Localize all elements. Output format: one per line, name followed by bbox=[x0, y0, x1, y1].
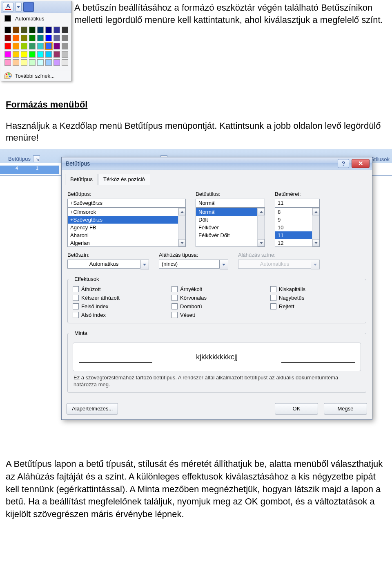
scrollbar[interactable] bbox=[178, 208, 185, 247]
color-swatch[interactable] bbox=[37, 35, 44, 41]
color-swatch[interactable] bbox=[29, 51, 36, 58]
list-item[interactable]: Agency FB bbox=[68, 224, 185, 231]
color-swatch[interactable] bbox=[21, 43, 27, 49]
checkbox-hidden[interactable]: Rejtett bbox=[270, 303, 361, 309]
automatic-color-row[interactable]: Automatikus bbox=[1, 13, 71, 24]
color-swatch[interactable] bbox=[37, 27, 44, 33]
checkbox-superscript[interactable]: Felső index bbox=[73, 303, 163, 309]
color-swatch[interactable] bbox=[53, 43, 60, 49]
font-name-input[interactable]: +Szövegtörzs bbox=[67, 199, 186, 208]
checkbox-strikethrough[interactable]: Áthúzott bbox=[73, 286, 163, 292]
underline-type-combo[interactable]: (nincs) bbox=[159, 260, 228, 269]
scrollbar[interactable] bbox=[312, 208, 319, 247]
color-swatch[interactable] bbox=[62, 51, 68, 58]
dialog-launcher-icon[interactable]: ↘ bbox=[33, 155, 40, 162]
font-color-dropdown[interactable] bbox=[15, 2, 22, 12]
color-swatch[interactable] bbox=[21, 27, 27, 33]
color-swatch[interactable] bbox=[21, 59, 27, 66]
list-item[interactable]: Normál bbox=[196, 208, 265, 216]
color-swatch[interactable] bbox=[21, 51, 27, 58]
tab-spacing[interactable]: Térköz és pozíció bbox=[98, 174, 150, 185]
checkbox-subscript[interactable]: Alsó index bbox=[73, 312, 163, 318]
color-swatch[interactable] bbox=[62, 35, 68, 41]
color-swatch[interactable] bbox=[29, 59, 36, 66]
color-swatch[interactable] bbox=[4, 35, 11, 41]
color-swatch[interactable] bbox=[29, 27, 36, 33]
color-swatch[interactable] bbox=[53, 51, 60, 58]
checkbox-outline[interactable]: Körvonalas bbox=[172, 295, 262, 301]
color-swatch[interactable] bbox=[4, 51, 11, 58]
current-color-swatch[interactable] bbox=[23, 2, 34, 12]
color-swatch[interactable] bbox=[13, 35, 19, 41]
ok-button[interactable]: OK bbox=[275, 403, 318, 415]
preview-group: Minta kjkkkkkkkkcjj Ez a szövegtörzstémá… bbox=[67, 330, 366, 393]
color-swatch[interactable] bbox=[53, 35, 60, 41]
color-swatch[interactable] bbox=[45, 35, 52, 41]
checkbox-emboss[interactable]: Domború bbox=[172, 303, 262, 309]
help-button[interactable]: ? bbox=[338, 159, 349, 168]
font-color-button[interactable]: A bbox=[3, 2, 13, 12]
tab-font[interactable]: Betűtípus bbox=[65, 174, 98, 185]
combo-arrow[interactable] bbox=[140, 260, 149, 269]
scroll-up-button[interactable] bbox=[178, 208, 185, 215]
checkbox-shadow[interactable]: Árnyékolt bbox=[172, 286, 262, 292]
paragraph-text: Használjuk a Kezdőlap menü Betűtípus men… bbox=[6, 121, 381, 143]
more-colors-row[interactable]: További színek... bbox=[1, 70, 71, 81]
checkbox-allcaps[interactable]: Nagybetűs bbox=[270, 295, 361, 301]
list-item[interactable]: Aharoni bbox=[68, 231, 185, 239]
color-swatch[interactable] bbox=[45, 51, 52, 58]
checkbox-smallcaps[interactable]: Kiskapitális bbox=[270, 286, 361, 292]
font-color-combo[interactable]: Automatikus bbox=[67, 260, 149, 269]
color-swatch[interactable] bbox=[37, 51, 44, 58]
scroll-down-button[interactable] bbox=[178, 239, 185, 247]
color-swatch-grid bbox=[1, 24, 71, 70]
scroll-up-button[interactable] bbox=[258, 208, 265, 215]
checkbox-double-strikethrough[interactable]: Kétszer áthúzott bbox=[73, 295, 163, 301]
color-swatch[interactable] bbox=[4, 59, 11, 66]
list-item[interactable]: Algerian bbox=[68, 239, 185, 247]
list-item[interactable]: Félkövér Dőlt bbox=[196, 231, 265, 239]
color-swatch[interactable] bbox=[13, 51, 19, 58]
color-swatch[interactable] bbox=[21, 35, 27, 41]
color-swatch[interactable] bbox=[53, 59, 60, 66]
color-swatch[interactable] bbox=[37, 59, 44, 66]
scroll-up-button[interactable] bbox=[312, 208, 319, 215]
list-item[interactable]: +Szövegtörzs bbox=[68, 216, 185, 224]
dialog-titlebar[interactable]: Betűtípus ? ✕ bbox=[62, 157, 372, 170]
color-swatch[interactable] bbox=[4, 43, 11, 49]
font-name-listbox[interactable]: +Címsorok+SzövegtörzsAgency FBAharoniAlg… bbox=[67, 208, 186, 247]
color-swatch[interactable] bbox=[62, 59, 68, 66]
color-swatch[interactable] bbox=[29, 35, 36, 41]
font-size-listbox[interactable]: 89101112 bbox=[275, 208, 320, 247]
font-style-listbox[interactable]: NormálDőltFélkövérFélkövér Dőlt bbox=[196, 208, 265, 247]
font-style-input[interactable]: Normál bbox=[196, 199, 265, 208]
color-swatch[interactable] bbox=[29, 43, 36, 49]
color-swatch[interactable] bbox=[13, 59, 19, 66]
color-swatch[interactable] bbox=[62, 27, 68, 33]
color-swatch[interactable] bbox=[4, 27, 11, 33]
checkbox-icon bbox=[270, 303, 276, 309]
cancel-button[interactable]: Mégse bbox=[324, 403, 367, 415]
close-button[interactable]: ✕ bbox=[352, 159, 370, 168]
color-swatch[interactable] bbox=[53, 27, 60, 33]
font-size-input[interactable]: 11 bbox=[275, 199, 320, 208]
list-item[interactable]: Dőlt bbox=[196, 216, 265, 224]
color-swatch[interactable] bbox=[62, 43, 68, 49]
color-swatch[interactable] bbox=[45, 27, 52, 33]
color-underline-bar bbox=[5, 9, 11, 10]
scroll-down-button[interactable] bbox=[312, 239, 319, 247]
list-item[interactable]: Félkövér bbox=[196, 224, 265, 231]
scrollbar[interactable] bbox=[257, 208, 265, 247]
color-swatch[interactable] bbox=[37, 43, 44, 49]
scroll-down-button[interactable] bbox=[258, 239, 265, 247]
default-button[interactable]: Alapértelmezés... bbox=[67, 403, 118, 415]
combo-arrow[interactable] bbox=[220, 260, 228, 269]
color-swatch[interactable] bbox=[45, 59, 52, 66]
document-body: Formázás menüből Használjuk a Kezdőlap m… bbox=[0, 81, 392, 149]
color-swatch[interactable] bbox=[13, 27, 19, 33]
list-item[interactable]: +Címsorok bbox=[68, 208, 185, 216]
color-swatch[interactable] bbox=[13, 43, 19, 49]
color-swatch[interactable] bbox=[45, 43, 52, 49]
checkbox-engrave[interactable]: Vésett bbox=[172, 312, 262, 318]
combo-arrow bbox=[311, 260, 320, 269]
